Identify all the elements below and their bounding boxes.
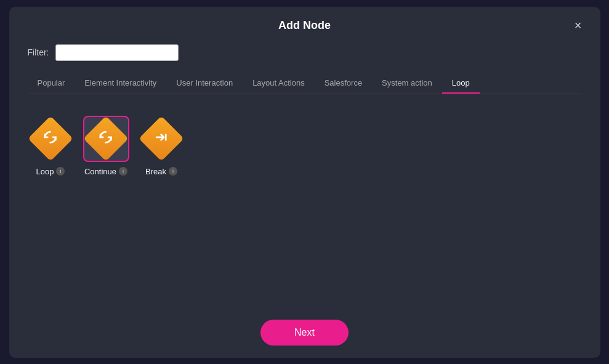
modal-header: Add Node ×	[28, 19, 582, 32]
nodes-grid: Loop i Continu	[28, 110, 582, 307]
continue-icon-wrapper	[83, 116, 129, 162]
modal-footer: Next	[28, 320, 582, 346]
break-info-badge[interactable]: i	[169, 167, 177, 176]
loop-diamond	[28, 116, 73, 161]
tab-loop[interactable]: Loop	[442, 73, 480, 94]
node-continue[interactable]: Continue i	[83, 116, 129, 301]
loop-icon-wrapper	[28, 116, 74, 162]
filter-row: Filter:	[28, 44, 582, 61]
filter-label: Filter:	[28, 47, 49, 57]
break-icon	[153, 129, 169, 148]
continue-diamond	[83, 116, 129, 161]
break-label: Break i	[145, 167, 177, 176]
node-loop[interactable]: Loop i	[28, 116, 74, 301]
loop-svg	[42, 129, 58, 145]
next-button[interactable]: Next	[260, 320, 349, 346]
filter-input[interactable]	[55, 44, 179, 61]
continue-icon	[98, 129, 114, 148]
tab-salesforce[interactable]: Salesforce	[315, 73, 372, 94]
loop-info-badge[interactable]: i	[56, 167, 65, 176]
tab-user-interaction[interactable]: User Interaction	[166, 73, 243, 94]
break-svg	[153, 129, 169, 145]
tab-system-action[interactable]: System action	[372, 73, 442, 94]
break-diamond	[139, 116, 184, 161]
tab-layout-actions[interactable]: Layout Actions	[243, 73, 315, 94]
break-icon-wrapper	[139, 116, 185, 162]
loop-icon	[42, 129, 58, 148]
loop-label: Loop i	[36, 167, 65, 176]
modal-title: Add Node	[278, 19, 331, 32]
node-break[interactable]: Break i	[139, 116, 185, 301]
close-button[interactable]: ×	[575, 19, 582, 31]
continue-info-badge[interactable]: i	[119, 167, 127, 176]
tab-element-interactivity[interactable]: Element Interactivity	[75, 73, 166, 94]
continue-svg	[98, 129, 114, 145]
tabs-bar: Popular Element Interactivity User Inter…	[28, 73, 582, 94]
tab-popular[interactable]: Popular	[28, 73, 75, 94]
modal: Add Node × Filter: Popular Element Inter…	[9, 7, 600, 358]
continue-label: Continue i	[84, 167, 127, 176]
